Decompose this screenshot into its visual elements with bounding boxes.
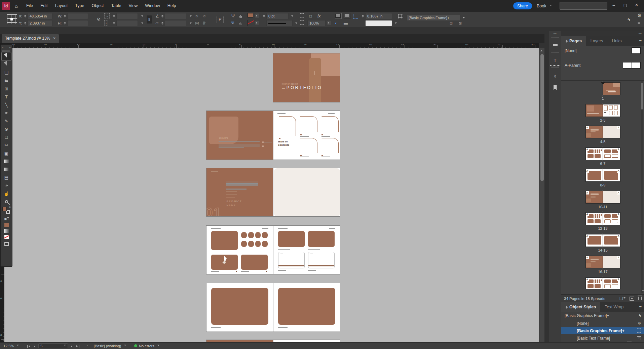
panel-menu-icon[interactable]: ≡	[639, 39, 642, 44]
object-style-row-basic-graphics[interactable]: [Basic Graphics Frame]+	[561, 327, 644, 334]
paragraph-styles-icon[interactable]	[550, 41, 560, 51]
menu-type[interactable]: Type	[71, 0, 88, 12]
pages-panel-spread[interactable]: 1	[561, 81, 644, 102]
panel-menu-icon[interactable]: ≡	[638, 20, 640, 26]
page-tool[interactable]: ❏	[2, 69, 11, 77]
chevron-down-icon[interactable]	[291, 15, 293, 18]
chevron-down-icon[interactable]	[190, 15, 192, 18]
canvas[interactable]: interior design PORTFOLIO about me	[4, 48, 539, 342]
scale-y-stepper[interactable]	[112, 20, 115, 26]
fill-menu-button[interactable]	[255, 13, 259, 18]
apply-gradient-button[interactable]	[2, 228, 11, 234]
tab-layers[interactable]: Layers	[586, 36, 608, 46]
scissors-tool[interactable]: ✂	[2, 141, 11, 149]
pages-panel-spread[interactable]: A A 16-17	[561, 254, 644, 276]
gradient-feather-tool[interactable]	[2, 165, 11, 173]
expand-panels-icon[interactable]: »»	[638, 32, 642, 35]
pages-panel-spread[interactable]: A A 14-15	[561, 232, 644, 254]
scale-x-stepper[interactable]	[112, 13, 115, 19]
dock-grip[interactable]	[551, 37, 559, 38]
opacity-field[interactable]: 100%	[307, 20, 326, 26]
tab-links[interactable]: Links	[607, 36, 626, 46]
flip-horizontal-icon[interactable]: ⋈	[195, 20, 199, 26]
scrollbar-thumb[interactable]	[540, 54, 544, 181]
blend-mode-icon[interactable]: ◐	[335, 20, 337, 26]
reference-point-proxy[interactable]	[7, 14, 17, 24]
scrollbar-thumb[interactable]	[641, 83, 643, 110]
h-field[interactable]	[67, 20, 88, 26]
bookmarks-icon[interactable]	[550, 83, 560, 93]
pages-panel-spread[interactable]: 2-3	[561, 102, 644, 124]
pen-tool[interactable]: ✒	[2, 109, 11, 117]
corner-radius-field[interactable]: 0.1667 in	[365, 13, 392, 19]
stroke-swatch[interactable]	[248, 20, 248, 26]
effects-icon[interactable]: fx	[317, 13, 320, 19]
home-icon[interactable]: ⌂	[13, 3, 23, 9]
rotation-field[interactable]	[165, 13, 186, 19]
new-spread-button[interactable]: +	[630, 297, 634, 301]
no-text-wrap-button[interactable]	[335, 13, 342, 19]
close-document-icon[interactable]: ×	[53, 36, 55, 41]
rotate-ccw-icon[interactable]: ↺	[202, 13, 206, 19]
selection-tool[interactable]	[2, 52, 11, 60]
scroll-up-icon[interactable]	[540, 49, 542, 51]
first-page-button[interactable]	[27, 344, 30, 348]
preflight-profile-dropdown[interactable]: [Basic] (working)	[94, 344, 126, 348]
tab-pages[interactable]: Pages	[561, 36, 586, 46]
menu-view[interactable]: View	[125, 0, 141, 12]
spread-partial[interactable]	[206, 340, 340, 342]
formatting-toggle[interactable]: ▣T	[2, 216, 11, 222]
rotation-stepper[interactable]	[161, 13, 164, 19]
share-button[interactable]: Share	[513, 2, 532, 9]
pages-panel-spread[interactable]: A A 10-11	[561, 189, 644, 211]
toolbar-expand-icon[interactable]: »	[2, 46, 3, 49]
canvas-vertical-scrollbar[interactable]	[539, 48, 544, 342]
delete-spread-button[interactable]	[638, 297, 642, 300]
dock-grip[interactable]	[551, 52, 559, 53]
spread-pages-6-7[interactable]	[206, 226, 340, 274]
object-style-row-basic-text[interactable]: [Basic Text Frame] T	[561, 335, 644, 342]
pages-panel-spread[interactable]: A A 8-9	[561, 167, 644, 189]
toolbar-grip[interactable]	[2, 50, 10, 52]
shear-field[interactable]	[165, 20, 186, 26]
menu-table[interactable]: Table	[108, 0, 125, 12]
chevron-down-icon[interactable]	[295, 23, 297, 25]
spread-pages-2-3[interactable]: about me table of contents	[206, 111, 340, 160]
break-link-style-icon[interactable]: ⊠	[459, 20, 462, 26]
last-page-button[interactable]	[76, 344, 79, 348]
character-styles-icon[interactable]: T	[550, 56, 560, 66]
y-stepper[interactable]	[24, 20, 27, 26]
master-none-row[interactable]: [None]	[561, 46, 644, 56]
tab-object-styles[interactable]: Object Styles	[561, 302, 600, 312]
stroke-style-dropdown[interactable]	[266, 20, 293, 26]
chevron-down-icon[interactable]	[190, 23, 192, 25]
spread-pages-8-9[interactable]	[206, 283, 340, 332]
fill-swatch[interactable]	[248, 13, 253, 17]
corner-options-icon[interactable]	[300, 13, 304, 17]
minimize-button[interactable]	[609, 0, 618, 10]
pages-panel-spread[interactable]: A A 6-7	[561, 146, 644, 168]
direct-selection-tool[interactable]	[2, 60, 11, 69]
w-stepper[interactable]	[63, 13, 66, 19]
stroke-weight-field[interactable]: 0 pt	[266, 13, 289, 19]
menu-help[interactable]: Help	[164, 0, 180, 12]
menu-object[interactable]: Object	[88, 0, 107, 12]
constrain-scale-icon[interactable]: 8	[147, 15, 152, 24]
horizontal-ruler[interactable]: 48 40 32 24 16 8 0 8 16 24 32 40 48 56 6…	[4, 43, 539, 48]
apply-color-button[interactable]	[2, 222, 11, 228]
frame-ellipse-tool[interactable]: ⊗	[2, 125, 11, 133]
stroke-weight-stepper[interactable]	[262, 13, 265, 19]
close-button[interactable]	[632, 0, 641, 10]
x-field[interactable]: 48.5354 in	[28, 13, 52, 19]
gap-stepper[interactable]	[361, 13, 364, 19]
select-next-icon[interactable]: Ψ	[239, 20, 241, 26]
select-previous-icon[interactable]: Ψ	[231, 20, 234, 26]
edit-page-size-button[interactable]: ❏	[619, 296, 626, 301]
shear-stepper[interactable]	[161, 20, 164, 26]
text-wrap-button[interactable]	[344, 13, 350, 19]
zoom-level-dropdown[interactable]: 12.5%	[3, 344, 19, 348]
spread-page-1[interactable]: interior design PORTFOLIO	[273, 53, 340, 102]
rectangle-tool[interactable]: □	[2, 133, 11, 141]
free-transform-tool[interactable]: ▣	[2, 149, 11, 157]
pages-spread-list[interactable]: 1 2-3 A A 4-5 A	[561, 81, 644, 294]
